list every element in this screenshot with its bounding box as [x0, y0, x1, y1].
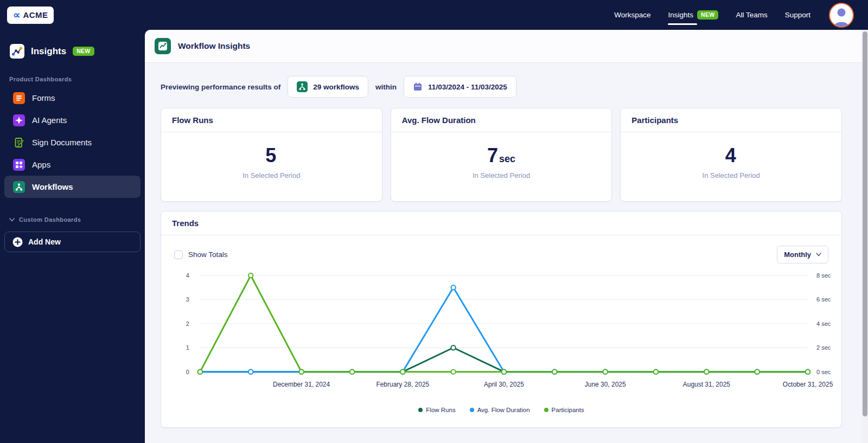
sidebar-item-sign-documents[interactable]: Sign Documents: [4, 131, 141, 153]
acme-logo-text: ACME: [23, 10, 48, 20]
svg-text:6 sec: 6 sec: [816, 296, 831, 303]
legend-item-avg-flow-duration: Avg. Flow Duration: [470, 407, 530, 413]
chart-legend: Flow Runs Avg. Flow Duration Participant…: [161, 407, 841, 413]
svg-text:4 sec: 4 sec: [816, 320, 831, 327]
within-text: within: [375, 83, 397, 91]
new-badge: NEW: [697, 10, 718, 20]
svg-text:2 sec: 2 sec: [816, 344, 831, 351]
page-header: Workflow Insights: [145, 30, 868, 63]
stat-caption: In Selected Period: [161, 171, 382, 179]
trends-chart-area: 00 sec12 sec24 sec36 sec48 secDecember 3…: [161, 267, 841, 405]
svg-text:October 31, 2025: October 31, 2025: [783, 381, 833, 388]
svg-text:2: 2: [186, 320, 189, 327]
interval-select[interactable]: Monthly: [777, 246, 828, 264]
acme-logo[interactable]: ∝ ACME: [7, 7, 54, 24]
stats-row: Flow Runs 5 In Selected Period Avg. Flow…: [161, 108, 842, 202]
topbar: ∝ ACME Workspace Insights NEW All Teams …: [0, 0, 868, 30]
legend-item-participants: Participants: [544, 407, 584, 413]
apps-icon: [13, 159, 25, 171]
trends-title: Trends: [161, 211, 841, 235]
nav-item-workspace[interactable]: Workspace: [614, 11, 650, 19]
workflow-insights-icon: [155, 38, 171, 54]
chevron-down-icon: [816, 253, 821, 256]
top-navigation: Workspace Insights NEW All Teams Support: [614, 3, 854, 28]
nav-item-insights[interactable]: Insights NEW: [668, 10, 718, 20]
legend-dot: [470, 408, 474, 412]
stat-card-flow-runs: Flow Runs 5 In Selected Period: [161, 108, 382, 202]
insights-logo-icon: [10, 44, 24, 59]
sign-documents-icon: [13, 137, 25, 149]
acme-logo-icon: ∝: [13, 10, 21, 20]
show-totals-toggle[interactable]: Show Totals: [174, 251, 228, 259]
trends-card: Trends Show Totals Monthly 00 sec12 sec2…: [161, 211, 842, 428]
add-new-button[interactable]: Add New: [4, 232, 141, 252]
stat-unit: sec: [499, 153, 515, 165]
stat-card-title: Flow Runs: [161, 108, 382, 132]
sidebar-new-badge: NEW: [73, 47, 94, 56]
date-range-button[interactable]: 11/03/2024 - 11/03/2025: [404, 76, 516, 98]
svg-text:0 sec: 0 sec: [816, 369, 831, 375]
person-icon: [831, 5, 852, 27]
user-avatar[interactable]: [829, 3, 854, 28]
stat-caption: In Selected Period: [621, 171, 841, 179]
calendar-icon: [413, 82, 423, 92]
stat-value: 7: [487, 146, 498, 165]
sidebar-item-forms[interactable]: Forms: [4, 87, 141, 109]
svg-text:8 sec: 8 sec: [816, 272, 831, 279]
stat-card-participants: Participants 4 In Selected Period: [620, 108, 842, 202]
filter-prefix-text: Previewing performance results of: [161, 83, 280, 91]
stat-card-title: Participants: [621, 108, 841, 132]
chevron-down-icon: [9, 218, 15, 222]
svg-text:April 30, 2025: April 30, 2025: [484, 381, 524, 388]
sidebar: Insights NEW Product Dashboards Forms AI…: [0, 30, 145, 443]
sidebar-item-apps[interactable]: Apps: [4, 153, 141, 176]
legend-item-flow-runs: Flow Runs: [418, 407, 455, 413]
trends-chart: 00 sec12 sec24 sec36 sec48 secDecember 3…: [170, 268, 833, 405]
nav-item-support[interactable]: Support: [785, 11, 810, 19]
svg-text:February 28, 2025: February 28, 2025: [376, 381, 429, 388]
svg-text:June 30, 2025: June 30, 2025: [585, 381, 626, 388]
show-totals-label: Show Totals: [188, 251, 228, 259]
page-scrollbar[interactable]: [861, 30, 868, 443]
workflow-mini-icon: [297, 81, 308, 92]
stat-caption: In Selected Period: [391, 171, 612, 179]
legend-dot: [544, 408, 548, 412]
stat-card-avg-flow-duration: Avg. Flow Duration 7 sec In Selected Per…: [391, 108, 612, 202]
forms-icon: [13, 92, 25, 104]
active-tab-underline: [668, 23, 697, 25]
main-content: Workflow Insights Previewing performance…: [145, 30, 868, 443]
page-title: Workflow Insights: [178, 41, 250, 51]
plus-circle-icon: [12, 237, 23, 247]
section-label-product-dashboards: Product Dashboards: [9, 76, 145, 82]
svg-text:August 31, 2025: August 31, 2025: [683, 381, 731, 388]
show-totals-checkbox[interactable]: [174, 251, 183, 259]
ai-agents-icon: [13, 114, 25, 126]
stat-value: 5: [265, 146, 276, 165]
interval-label: Monthly: [784, 251, 811, 259]
workflows-filter-button[interactable]: 29 workflows: [288, 76, 368, 98]
sidebar-title: Insights: [31, 46, 66, 57]
sidebar-item-ai-agents[interactable]: AI Agents: [4, 109, 141, 131]
svg-text:0: 0: [186, 369, 189, 375]
sidebar-item-workflows[interactable]: Workflows: [4, 176, 141, 198]
svg-text:December 31, 2024: December 31, 2024: [273, 381, 330, 388]
svg-text:4: 4: [186, 272, 189, 279]
svg-text:1: 1: [186, 344, 189, 351]
stat-card-title: Avg. Flow Duration: [391, 108, 612, 132]
stat-value: 4: [725, 146, 736, 165]
custom-dashboards-toggle[interactable]: Custom Dashboards: [9, 216, 145, 223]
sidebar-header: Insights NEW: [10, 44, 145, 59]
workflows-icon: [13, 181, 25, 193]
filter-row: Previewing performance results of 29 wor…: [161, 76, 842, 98]
sidebar-nav: Forms AI Agents Sign Documents: [0, 87, 145, 198]
legend-dot: [418, 408, 423, 412]
svg-text:3: 3: [186, 296, 189, 303]
nav-item-all-teams[interactable]: All Teams: [736, 11, 767, 19]
scrollbar-thumb[interactable]: [863, 31, 867, 416]
